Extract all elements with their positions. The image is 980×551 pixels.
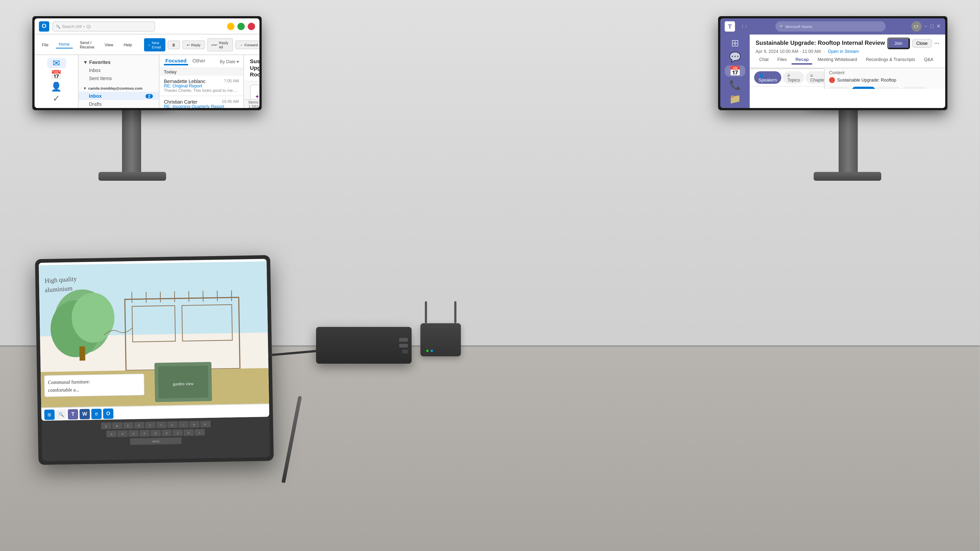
sidebar-files-icon[interactable]: 📁 — [725, 93, 745, 104]
key-r[interactable]: R — [134, 422, 144, 429]
sidebar-tasks-icon[interactable]: ✓ — [47, 93, 66, 103]
svg-line-14 — [189, 291, 189, 302]
sidebar-chat-icon[interactable]: 💬 — [725, 51, 745, 62]
sort-button[interactable]: By Date ▾ — [220, 59, 239, 64]
taskbar-outlook-icon[interactable]: O — [103, 408, 113, 419]
email-item[interactable]: Christian Carter 10:45 AM RE: Incoming Q… — [159, 96, 243, 108]
key-a[interactable]: A — [106, 430, 117, 437]
minimize-button[interactable] — [227, 22, 234, 30]
sidebar-mail-icon[interactable]: ✉ — [47, 58, 66, 68]
tab-recordings[interactable]: Recordings & Transcripts — [862, 56, 919, 65]
favorites-header: ▼ Favorites — [79, 58, 159, 66]
key-s[interactable]: S — [117, 430, 128, 437]
sidebar-calendar-icon[interactable]: 📅 — [725, 65, 745, 76]
outlook-screen: O 🔍 Search (Alt + Q) F — [35, 18, 259, 108]
forward-button[interactable]: → Forward — [235, 40, 259, 49]
teams-meeting-header: Sustainable Upgrade: Rooftop Internal Re… — [750, 35, 945, 68]
key-q[interactable]: Q — [101, 422, 111, 429]
transcript-tab[interactable]: Transcript — [902, 87, 927, 89]
close-meeting-button[interactable]: Close — [912, 39, 932, 48]
reply-button[interactable]: ↩ Reply — [182, 40, 205, 49]
timeline-chapters-tab[interactable]: ≡ Chapters — [806, 71, 824, 84]
key-e[interactable]: E — [123, 422, 133, 429]
ai-notes-tab[interactable]: AI Notes — [852, 87, 875, 89]
svg-line-16 — [217, 291, 218, 302]
key-g[interactable]: G — [150, 430, 161, 437]
user-avatar[interactable]: CT — [911, 21, 921, 32]
sidebar-calendar-icon[interactable]: 📅 — [47, 70, 66, 80]
sidebar-more-icon[interactable]: ··· — [47, 105, 66, 108]
new-email-button[interactable]: + New Email — [144, 38, 165, 51]
key-p[interactable]: P — [200, 421, 210, 427]
close-button[interactable]: ✕ — [936, 24, 941, 29]
svg-rect-24 — [45, 374, 144, 397]
sidebar-calls-icon[interactable]: 📞 — [725, 79, 745, 91]
minimize-button[interactable]: − — [924, 24, 928, 29]
tab-qa[interactable]: Q&A — [920, 56, 937, 65]
maximize-button[interactable] — [237, 22, 245, 30]
key-o[interactable]: O — [189, 421, 199, 428]
reply-all-button[interactable]: ↩↩ Reply All — [207, 38, 232, 51]
nav-drafts[interactable]: Drafts — [79, 100, 159, 108]
sidebar-people-icon[interactable]: 👤 — [47, 81, 66, 92]
key-l[interactable]: L — [194, 429, 205, 436]
key-d[interactable]: D — [128, 430, 139, 437]
taskbar-word-icon[interactable]: W — [80, 408, 90, 419]
wifi-router — [420, 301, 461, 356]
tab-recap[interactable]: Recap — [792, 56, 813, 65]
teams-search-bar[interactable]: 🔍 Microsoft Teams — [775, 21, 885, 32]
tab-home[interactable]: Home — [56, 40, 73, 49]
tablet-keyboard: Q W E R T Y U I O P A S D — [41, 417, 270, 461]
tab-send-receive[interactable]: Send / Receive — [77, 39, 97, 51]
outlook-main: ✉ 📅 👤 ✓ ··· ⚙ ▼ Favorites — [35, 55, 259, 108]
focused-tab[interactable]: Focused — [164, 57, 188, 65]
nav-favorites-inbox[interactable]: Inbox — [79, 66, 159, 74]
meeting-more-button[interactable]: ⋯ — [934, 40, 939, 46]
outlook-search-bar[interactable]: 🔍 Search (Alt + Q) — [52, 21, 155, 31]
teams-main: ⊞ 💬 📅 📞 📁 ⋯ Sustainable Upgrade — [720, 35, 945, 108]
key-t[interactable]: T — [145, 422, 155, 429]
nav-favorites-sent[interactable]: Sent Items — [79, 74, 159, 82]
tab-whiteboard[interactable]: Meeting Whiteboard — [814, 56, 861, 65]
delete-button[interactable]: 🗑 — [167, 40, 180, 49]
maximize-button[interactable]: □ — [930, 24, 934, 29]
email-item[interactable]: Bernadette Leblanc 7:05 AM RE: Original … — [159, 76, 243, 96]
key-j[interactable]: J — [172, 429, 183, 436]
at-notes-tab[interactable]: @ Notes — [827, 87, 851, 89]
key-h[interactable]: H — [161, 430, 172, 437]
surface-tablet: High quality aluminium garden view Commu… — [35, 255, 274, 465]
join-button[interactable]: Join — [887, 38, 910, 49]
key-u[interactable]: U — [167, 421, 177, 428]
tab-help[interactable]: Help — [121, 41, 135, 48]
sidebar-teams-icon[interactable]: ⊞ — [725, 38, 745, 49]
timeline-speakers-tab[interactable]: 👤 Speakers — [754, 71, 781, 84]
today-group-label: Today — [159, 68, 243, 76]
mentions-tab[interactable]: Mentions — [877, 87, 900, 89]
key-space[interactable]: SPACE — [130, 437, 181, 445]
tab-view[interactable]: View — [102, 41, 116, 48]
tab-files[interactable]: Files — [774, 56, 791, 65]
items-count: Items: 1,582 — [248, 100, 259, 108]
nav-inbox[interactable]: Inbox 2 — [79, 92, 159, 100]
key-f[interactable]: F — [139, 430, 150, 437]
taskbar-search[interactable]: 🔍 — [56, 409, 67, 419]
key-w[interactable]: W — [112, 422, 122, 429]
svg-line-15 — [203, 291, 204, 302]
open-in-stream-link[interactable]: Open in Stream — [828, 49, 859, 54]
key-i[interactable]: I — [178, 421, 188, 428]
svg-line-10 — [132, 292, 132, 303]
account-header: ▼ camile.tremblay@contoso.com — [79, 84, 159, 92]
meeting-info: Apr 9, 2024 10:00 AM - 11:00 AM · Open i… — [756, 49, 939, 54]
key-y[interactable]: Y — [156, 421, 166, 428]
start-button[interactable]: ⊞ — [44, 409, 55, 420]
svg-rect-5 — [80, 346, 85, 361]
other-tab[interactable]: Other — [191, 57, 207, 65]
timeline-topics-tab[interactable]: # Topics — [783, 71, 804, 84]
taskbar-edge-icon[interactable]: e — [91, 408, 102, 419]
teams-nav-back[interactable]: 〈 〉 — [740, 24, 749, 29]
close-button[interactable] — [248, 22, 255, 30]
key-k[interactable]: K — [183, 429, 194, 436]
tab-file[interactable]: File — [39, 41, 51, 48]
taskbar-teams-icon[interactable]: T — [68, 409, 78, 419]
tab-chat[interactable]: Chat — [756, 56, 772, 65]
